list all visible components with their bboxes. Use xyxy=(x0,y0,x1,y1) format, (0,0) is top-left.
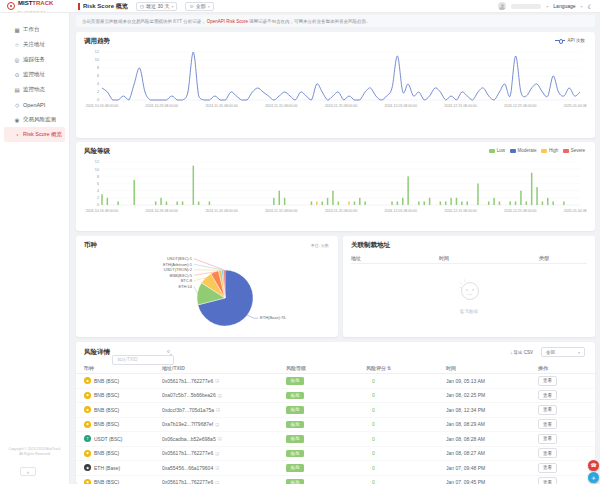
address-cell[interactable]: 0x05617b1...762277e6❏ xyxy=(162,378,286,384)
address-cell[interactable]: 0xa07c5b7...5b66bea26❏ xyxy=(162,392,286,398)
sidebar-item-watch-address[interactable]: ☆关注地址 xyxy=(4,37,65,52)
coin-cell: ◆BNB (BSC) xyxy=(84,406,162,413)
view-button[interactable]: 查看 xyxy=(538,390,557,400)
search-icon xyxy=(167,350,171,354)
view-button[interactable]: 查看 xyxy=(538,419,557,429)
copy-icon[interactable]: ❏ xyxy=(216,407,220,412)
coin-filter-select[interactable]: ⊙ 全部 ▾ xyxy=(185,2,213,11)
sidebar-item-monitor-address[interactable]: ⊙监控地址 xyxy=(4,67,65,82)
severe-swatch xyxy=(563,149,569,153)
address-cell[interactable]: 0x05617b1...762277e6❏ xyxy=(162,479,286,484)
svg-text:2024-12-05 08:00:00: 2024-12-05 08:00:00 xyxy=(385,209,418,213)
dark-mode-toggle[interactable]: ☾ xyxy=(588,3,593,10)
misttrack-logo[interactable]: MISTTRACK BY SLOWMIST xyxy=(0,0,70,14)
customer-service-button[interactable]: ☎ xyxy=(588,460,599,471)
legend-item-high[interactable]: High xyxy=(541,148,558,153)
view-button[interactable]: 查看 xyxy=(538,376,557,386)
user-avatar[interactable] xyxy=(498,2,506,10)
coin-cell: ◆ETH (Base) xyxy=(84,464,162,471)
coin-icon: ◆ xyxy=(84,479,91,484)
language-menu[interactable]: Language xyxy=(553,3,575,9)
high-swatch xyxy=(541,149,547,153)
svg-text:2024-12-25 08:00:00: 2024-12-25 08:00:00 xyxy=(504,209,537,213)
coin-icon: ◆ xyxy=(84,464,91,471)
address-cell[interactable]: 0x05617b1...762277e6❏ xyxy=(162,450,286,456)
view-button[interactable]: 查看 xyxy=(538,434,557,444)
copy-icon[interactable]: ❏ xyxy=(218,393,222,398)
legend-item-low[interactable]: Low xyxy=(489,148,505,153)
table-row: ◆BNB (BSC)0x05617b1...762277e6❏低危0Jan 08… xyxy=(76,447,595,462)
api-icon: ◇ xyxy=(14,102,20,108)
sidebar-item-openapi[interactable]: ◇OpenAPI xyxy=(4,97,65,112)
risk-legend[interactable]: Low Moderate High Severe xyxy=(489,148,585,153)
sidebar-item-monitor-feed[interactable]: ▤监控动态 xyxy=(4,82,65,97)
export-csv-button[interactable]: ↓ 导出 CSV xyxy=(510,350,533,355)
sidebar-item-trace-task[interactable]: ◎追踪任务 xyxy=(4,52,65,67)
sidebar-collapse-button[interactable]: ‹ xyxy=(20,467,36,476)
workbench-icon: ▦ xyxy=(14,27,20,33)
svg-text:2024-11-25 08:00:00: 2024-11-25 08:00:00 xyxy=(325,209,357,213)
copy-icon[interactable]: ❏ xyxy=(215,480,219,484)
address-cell[interactable]: 0xa7b19e2...7f79687ef❏ xyxy=(162,421,286,427)
sanctioned-addresses-card: 关联制裁地址 地址 时间 类型 暂无数据 xyxy=(343,236,595,337)
sidebar-item-risk-score[interactable]: ◔Risk Score 概览 xyxy=(4,127,65,142)
svg-text:ETH(Arbitrum):1: ETH(Arbitrum):1 xyxy=(163,262,193,267)
empty-text: 暂无数据 xyxy=(343,309,595,314)
address-cell[interactable]: 0x06cadba...b52e698a5❏ xyxy=(162,436,286,442)
svg-text:12: 12 xyxy=(95,160,99,164)
svg-text:2024-11-15 08:00:00: 2024-11-15 08:00:00 xyxy=(265,209,297,213)
copy-icon[interactable]: ❏ xyxy=(215,422,219,427)
view-button[interactable]: 查看 xyxy=(538,463,557,473)
brand-primary: MIST xyxy=(18,0,32,6)
svg-text:USDT(BSC):1: USDT(BSC):1 xyxy=(167,256,193,261)
empty-state: 暂无数据 xyxy=(343,276,595,314)
address-cell[interactable]: 0xa55456...66a179604❏ xyxy=(162,465,286,471)
sidebar-item-workbench[interactable]: ▦工作台 xyxy=(4,22,65,37)
svg-text:8: 8 xyxy=(97,175,99,179)
svg-text:2: 2 xyxy=(97,196,99,200)
view-button[interactable]: 查看 xyxy=(538,405,557,415)
trend-legend[interactable]: API 次数 xyxy=(555,38,585,43)
level-filter-value: 全部 xyxy=(546,350,555,355)
svg-text:2024-11-05 08:00:00: 2024-11-05 08:00:00 xyxy=(205,209,237,213)
copy-icon[interactable]: ❏ xyxy=(215,378,219,383)
risk-level-badge: 低危 xyxy=(286,406,304,414)
view-button[interactable]: 查看 xyxy=(538,448,557,458)
clock-icon: ◷ xyxy=(140,3,144,9)
address-cell[interactable]: 0xdccf3b7...705d1a75a❏ xyxy=(162,407,286,413)
risk-level-chart: 0246810122024-10-16 08:00:002024-10-26 0… xyxy=(84,158,587,220)
telegram-button[interactable]: ✈ xyxy=(588,472,599,483)
copy-icon[interactable]: ❏ xyxy=(218,436,222,441)
sortable-column[interactable]: 风险评分⇅ xyxy=(366,365,446,371)
search-box[interactable] xyxy=(112,347,174,357)
legend-item-severe[interactable]: Severe xyxy=(563,148,585,153)
time-cell: Jan 09, 05:13 AM xyxy=(446,378,538,384)
table-row: ◆BNB (BSC)0x05617b1...762277e6❏低危0Jan 07… xyxy=(76,476,595,484)
risk-details-card: 风险详情 ↓ 导出 CSV 全部 ▾ 币种 地址/TXID 风险等级 风险评分⇅… xyxy=(76,342,595,484)
risk-score-value: 0 xyxy=(372,421,375,427)
chevron-down-icon: ▾ xyxy=(546,4,548,9)
coin-icon: ◆ xyxy=(84,377,91,384)
star-icon: ☆ xyxy=(14,42,20,48)
svg-text:6: 6 xyxy=(97,74,99,78)
sidebar-item-tx-risk-monitor[interactable]: ◉交易风险监测 xyxy=(4,112,65,127)
svg-text:2024-12-05 08:00:00: 2024-12-05 08:00:00 xyxy=(385,104,418,108)
svg-text:2024-10-26 08:00:00: 2024-10-26 08:00:00 xyxy=(146,104,179,108)
title-accent-bar xyxy=(78,3,80,10)
copy-icon[interactable]: ❏ xyxy=(215,465,219,470)
username-redacted[interactable] xyxy=(511,4,541,9)
legend-item-moderate[interactable]: Moderate xyxy=(510,148,537,153)
plane-icon: ✈ xyxy=(591,475,595,481)
coin-filter-icon: ⊙ xyxy=(189,3,193,9)
low-swatch xyxy=(489,149,495,153)
risk-score-value: 0 xyxy=(372,465,375,471)
call-trend-card: 调用趋势 API 次数 0246810122024-10-16 08:00:00… xyxy=(76,32,595,138)
risk-score-value: 0 xyxy=(372,407,375,413)
time-cell: Jan 08, 02:25 PM xyxy=(446,392,538,398)
view-button[interactable]: 查看 xyxy=(538,477,557,484)
copy-icon[interactable]: ❏ xyxy=(215,451,219,456)
pie-icon: ◔ xyxy=(14,132,20,138)
svg-text:2: 2 xyxy=(97,90,99,94)
level-filter-select[interactable]: 全部 ▾ xyxy=(541,347,585,357)
date-range-select[interactable]: ◷ 最近 30 天 ▾ xyxy=(136,2,178,11)
